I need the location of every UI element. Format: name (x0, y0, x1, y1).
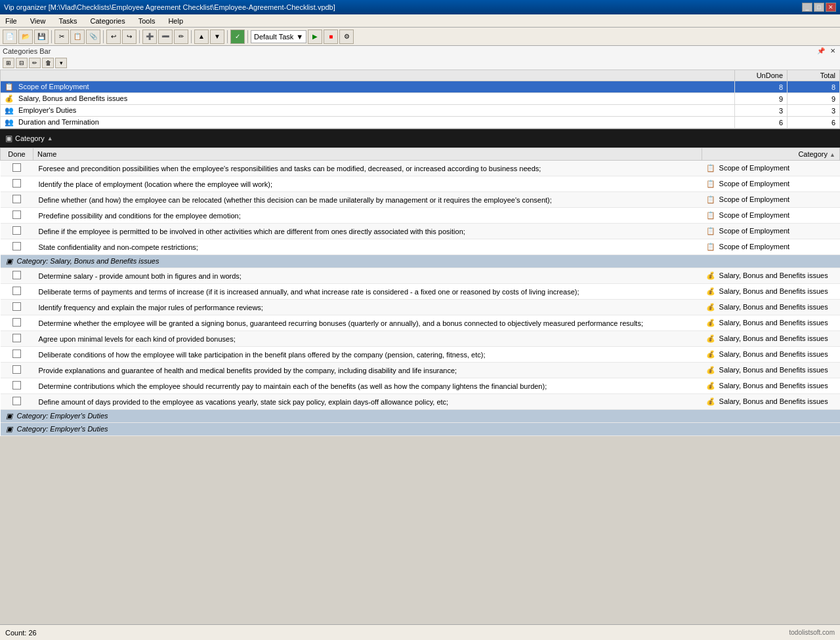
category-row[interactable]: 👥 Duration and Termination 6 6 (1, 117, 840, 129)
task-checkbox[interactable] (12, 318, 21, 327)
task-done-cell[interactable] (1, 331, 33, 347)
up-button[interactable]: ▲ (194, 30, 209, 44)
task-checkbox[interactable] (12, 242, 21, 250)
cat-expand-button[interactable]: ⊞ (3, 58, 14, 68)
categories-bar-header: Categories Bar 📌 ✕ (0, 46, 840, 56)
task-name-cell: Define amount of days provided to the em… (33, 394, 702, 410)
task-checkbox[interactable] (12, 350, 21, 358)
maximize-button[interactable]: □ (814, 3, 824, 12)
tasks-scroll-container[interactable]: Done Name Category ▲ Foresee and precond… (0, 148, 840, 554)
categories-bar-pin[interactable]: 📌 (815, 47, 827, 55)
task-done-cell[interactable] (1, 268, 33, 284)
task-checkbox[interactable] (12, 287, 21, 295)
task-checkbox[interactable] (12, 334, 21, 342)
categories-bar-close[interactable]: ✕ (828, 47, 837, 55)
task-checkbox[interactable] (12, 365, 21, 374)
cat-label: Employer's Duties (18, 106, 76, 114)
cat-label: Scope of Employment (18, 83, 89, 90)
task-done-cell[interactable] (1, 208, 33, 224)
cut-button[interactable]: ✂ (54, 30, 69, 44)
task-checkbox[interactable] (12, 179, 21, 188)
task-done-cell[interactable] (1, 347, 33, 363)
category-row[interactable]: 👥 Employer's Duties 3 3 (1, 105, 840, 117)
task-row: Agree upon minimal levels for each kind … (1, 331, 840, 347)
menu-view[interactable]: View (28, 16, 49, 26)
task-row: State confidentiality and non-compete re… (1, 239, 840, 255)
undo-button[interactable]: ↩ (106, 30, 121, 44)
task-category-cell: 💰 Salary, Bonus and Benefits issues (702, 284, 840, 300)
cat-total-cell: 9 (788, 93, 840, 105)
task-done-cell[interactable] (1, 161, 33, 176)
add-task-button[interactable]: ➕ (142, 30, 157, 44)
task-category-label: Salary, Bonus and Benefits issues (719, 303, 828, 311)
task-done-cell[interactable] (1, 224, 33, 239)
paste-button[interactable]: 📎 (86, 30, 100, 44)
cat-collapse-button[interactable]: ⊟ (16, 58, 28, 68)
task-done-cell[interactable] (1, 378, 33, 394)
cat-delete-button[interactable]: 🗑 (42, 58, 54, 68)
cat-name-cell: 💰 Salary, Bonus and Benefits issues (1, 93, 735, 105)
task-category-icon: 📋 (706, 164, 715, 172)
task-checkbox[interactable] (12, 195, 21, 203)
delete-task-button[interactable]: ➖ (158, 30, 173, 44)
minimize-button[interactable]: _ (802, 3, 812, 12)
menu-file[interactable]: File (3, 16, 20, 26)
task-checkbox[interactable] (12, 163, 21, 172)
redo-button[interactable]: ↪ (122, 30, 136, 44)
task-name-cell: Foresee and precondition possibilities w… (33, 161, 702, 176)
task-category-icon: 💰 (706, 334, 715, 342)
menu-categories[interactable]: Categories (88, 16, 128, 26)
close-button[interactable]: ✕ (826, 3, 836, 12)
task-category-cell: 💰 Salary, Bonus and Benefits issues (702, 394, 840, 410)
cat-icon: 💰 (5, 94, 14, 102)
cat-more-button[interactable]: ▾ (55, 58, 67, 68)
window-controls[interactable]: _ □ ✕ (802, 3, 836, 12)
edit-button[interactable]: ✏ (174, 30, 188, 44)
new-button[interactable]: 📄 (3, 30, 17, 44)
menu-tasks[interactable]: Tasks (56, 16, 79, 26)
task-done-cell[interactable] (1, 300, 33, 315)
menu-help[interactable]: Help (165, 16, 186, 26)
category-row[interactable]: 💰 Salary, Bonus and Benefits issues 9 9 (1, 93, 840, 105)
task-checkbox[interactable] (12, 226, 21, 235)
cat-edit-button[interactable]: ✏ (29, 58, 41, 68)
settings-button[interactable]: ⚙ (339, 30, 354, 44)
task-category-label: Salary, Bonus and Benefits issues (719, 287, 828, 295)
task-checkbox[interactable] (12, 381, 21, 390)
task-done-cell[interactable] (1, 192, 33, 208)
down-button[interactable]: ▼ (210, 30, 224, 44)
task-name-cell: Identify the place of employment (locati… (33, 176, 702, 192)
task-type-dropdown[interactable]: Default Task ▼ (251, 30, 306, 43)
save-button[interactable]: 💾 (34, 30, 49, 44)
play-button[interactable]: ▶ (308, 30, 322, 44)
col-name-header: Name (33, 148, 702, 161)
stop-button[interactable]: ■ (324, 30, 338, 44)
categories-bar-title: Categories Bar (3, 47, 51, 55)
task-done-cell[interactable] (1, 363, 33, 378)
menu-tools[interactable]: Tools (136, 16, 158, 26)
task-checkbox[interactable] (12, 397, 21, 405)
cat-icon: 👥 (5, 106, 14, 114)
col-category-header: Category ▲ (702, 148, 840, 161)
task-row: Identify the place of employment (locati… (1, 176, 840, 192)
task-done-cell[interactable] (1, 394, 33, 410)
task-done-cell[interactable] (1, 284, 33, 300)
task-category-icon: 💰 (706, 366, 715, 374)
task-done-cell[interactable] (1, 176, 33, 192)
check-button[interactable]: ✓ (230, 30, 245, 44)
category-row[interactable]: 📋 Scope of Employment 8 8 (1, 81, 840, 93)
task-checkbox[interactable] (12, 302, 21, 311)
open-button[interactable]: 📂 (18, 30, 33, 44)
task-row: Foresee and precondition possibilities w… (1, 161, 840, 176)
task-checkbox[interactable] (12, 210, 21, 219)
dropdown-arrow: ▼ (296, 33, 303, 41)
task-category-icon: 📋 (706, 195, 715, 203)
toolbar: 📄 📂 💾 ✂ 📋 📎 ↩ ↪ ➕ ➖ ✏ ▲ ▼ ✓ Default Task… (0, 28, 840, 46)
task-done-cell[interactable] (1, 239, 33, 255)
task-checkbox[interactable] (12, 271, 21, 279)
copy-button[interactable]: 📋 (70, 30, 85, 44)
task-category-label: Salary, Bonus and Benefits issues (719, 350, 828, 358)
task-category-cell: 📋 Scope of Employment (702, 161, 840, 176)
task-done-cell[interactable] (1, 315, 33, 331)
category-separator-cell: ▣ Category: Employer's Duties (1, 410, 840, 423)
